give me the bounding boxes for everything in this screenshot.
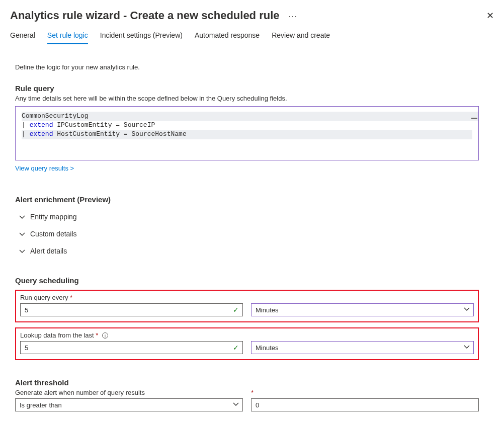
query-text: HostCustomEntity = SourceHostName xyxy=(53,130,186,138)
required-icon: * xyxy=(70,294,72,301)
tabs: General Set rule logic Incident settings… xyxy=(10,28,494,44)
tab-general[interactable]: General xyxy=(10,28,35,44)
query-keyword: extend xyxy=(30,130,53,138)
accordion-label: Alert details xyxy=(30,247,67,255)
highlight-lookup-data: Lookup data from the last * i ✓ Minutes xyxy=(15,327,479,360)
info-icon[interactable]: i xyxy=(102,332,108,339)
tab-set-rule-logic[interactable]: Set rule logic xyxy=(47,28,88,44)
accordion-label: Entity mapping xyxy=(30,213,77,221)
alert-enrichment-heading: Alert enrichment (Preview) xyxy=(15,195,479,204)
accordion-label: Custom details xyxy=(30,230,77,238)
tab-incident-settings[interactable]: Incident settings (Preview) xyxy=(100,28,183,44)
lookup-data-label: Lookup data from the last xyxy=(20,331,94,339)
run-query-label: Run query every xyxy=(20,294,68,301)
query-keyword: extend xyxy=(30,121,53,129)
chevron-down-icon xyxy=(19,231,25,237)
lookup-data-value-input[interactable] xyxy=(20,341,243,354)
page-title: Analytics rule wizard - Create a new sch… xyxy=(10,9,280,22)
accordion-custom-details[interactable]: Custom details xyxy=(15,230,479,238)
tab-automated-response[interactable]: Automated response xyxy=(195,28,260,44)
tab-review-create[interactable]: Review and create xyxy=(272,28,330,44)
required-icon: * xyxy=(251,389,479,396)
lookup-data-unit-select[interactable]: Minutes xyxy=(251,341,474,354)
run-query-value-input[interactable] xyxy=(20,303,243,316)
close-icon[interactable]: ✕ xyxy=(486,10,494,21)
view-query-results-link[interactable]: View query results > xyxy=(15,164,74,172)
accordion-alert-details[interactable]: Alert details xyxy=(15,247,479,255)
chevron-down-icon xyxy=(19,248,25,254)
required-icon: * xyxy=(96,331,98,339)
query-pipe: | xyxy=(22,121,26,129)
minimap-icon xyxy=(471,118,477,119)
threshold-label: Generate alert when number of query resu… xyxy=(15,389,243,396)
threshold-value-input[interactable] xyxy=(251,398,479,411)
query-text: IPCustomEntity = SourceIP xyxy=(53,121,155,129)
query-editor[interactable]: CommonSecurityLog | extend IPCustomEntit… xyxy=(15,106,479,160)
chevron-down-icon xyxy=(19,214,25,220)
threshold-operator-select[interactable]: Is greater than xyxy=(15,398,243,411)
query-scheduling-heading: Query scheduling xyxy=(15,276,479,285)
rule-query-heading: Rule query xyxy=(15,84,479,93)
rule-query-sub: Any time details set here will be within… xyxy=(15,95,479,102)
run-query-unit-select[interactable]: Minutes xyxy=(251,303,474,316)
accordion-entity-mapping[interactable]: Entity mapping xyxy=(15,213,479,221)
alert-threshold-heading: Alert threshold xyxy=(15,378,479,387)
more-actions-icon[interactable]: ··· xyxy=(288,11,297,21)
highlight-run-query: Run query every * ✓ Minutes xyxy=(15,290,479,322)
intro-text: Define the logic for your new analytics … xyxy=(15,63,479,71)
query-pipe: | xyxy=(22,130,26,138)
query-line: CommonSecurityLog xyxy=(22,112,479,121)
